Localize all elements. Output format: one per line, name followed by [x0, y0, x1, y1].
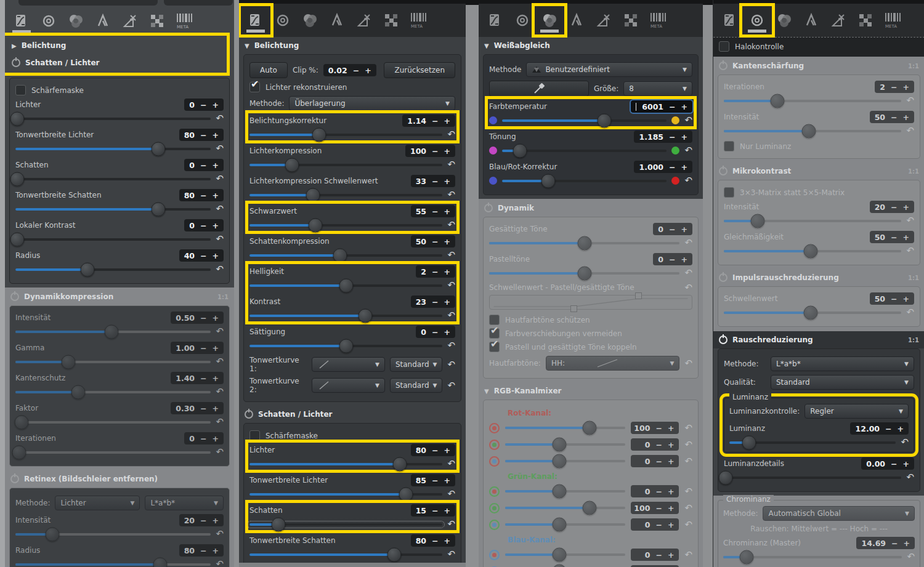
increment-button[interactable]: +	[444, 237, 450, 246]
value-box[interactable]: 33−+	[411, 175, 455, 187]
power-toggle-icon[interactable]	[719, 336, 727, 344]
tab-color-icon[interactable]	[772, 9, 796, 31]
decrement-button[interactable]: −	[669, 255, 675, 264]
slider-track[interactable]	[249, 284, 442, 287]
curve-preview-dropdown[interactable]: ▼	[312, 378, 385, 393]
power-toggle-icon[interactable]	[12, 58, 20, 67]
slider-thumb[interactable]	[339, 278, 353, 292]
undo-icon[interactable]: ↶	[216, 235, 224, 244]
slider-value[interactable]: 100	[634, 504, 650, 513]
slider-value[interactable]: 2	[880, 82, 885, 92]
undo-icon[interactable]: ↶	[216, 387, 224, 396]
tab-sharpen-icon[interactable]	[511, 9, 534, 31]
slider-value[interactable]: 1.185	[639, 132, 663, 142]
slider-thumb[interactable]	[151, 202, 165, 216]
undo-icon[interactable]: ↶	[447, 381, 455, 390]
undo-icon[interactable]: ↶	[684, 520, 692, 529]
slider-track[interactable]	[15, 421, 211, 424]
undo-icon[interactable]: ↶	[216, 265, 224, 274]
checkbox-unchecked[interactable]	[489, 315, 500, 325]
slider-thumb[interactable]	[552, 438, 566, 452]
pixel-view-badge[interactable]: 1:1	[908, 168, 919, 175]
decrement-button[interactable]: −	[891, 294, 897, 304]
pixel-view-badge[interactable]: 1:1	[908, 337, 919, 344]
luminanzkontrolle-dropdown[interactable]: Regler▼	[804, 404, 909, 419]
slider-thumb[interactable]	[71, 385, 85, 399]
value-box[interactable]: 0.30−+	[171, 402, 224, 414]
value-box[interactable]: 80−+	[411, 534, 455, 547]
slider-track[interactable]	[15, 533, 211, 536]
undo-icon[interactable]: ↶	[216, 144, 224, 153]
increment-button[interactable]: +	[668, 504, 674, 513]
checkbox-unchecked[interactable]	[724, 187, 734, 198]
value-box[interactable]: 0−+	[631, 485, 679, 497]
slider-track[interactable]	[489, 272, 679, 275]
slider-value[interactable]: 80	[184, 131, 195, 140]
slider-track[interactable]	[15, 148, 211, 150]
slider-track[interactable]	[723, 556, 902, 558]
undo-icon[interactable]: ↶	[447, 311, 455, 320]
tab-color-icon[interactable]	[64, 10, 87, 32]
value-box[interactable]: 2−+	[875, 81, 914, 93]
slider-value[interactable]: 12.00	[855, 424, 880, 433]
undo-icon[interactable]: ↶	[216, 174, 224, 183]
slider-thumb[interactable]	[742, 435, 756, 449]
slider-thumb[interactable]	[10, 172, 25, 186]
tab-sharpen-icon[interactable]	[37, 10, 60, 32]
slider-value[interactable]: 0.50	[176, 313, 195, 323]
slider-value[interactable]: 50	[416, 237, 426, 246]
qualitaet-dropdown[interactable]: Standard▼	[771, 375, 914, 390]
tab-crop-icon[interactable]	[592, 9, 615, 31]
undo-icon[interactable]: ↶	[684, 283, 692, 292]
slider-track[interactable]	[505, 443, 625, 446]
slider-track[interactable]	[502, 180, 667, 182]
decrement-button[interactable]: −	[200, 221, 206, 230]
slider-value[interactable]: 0	[645, 457, 650, 466]
value-box[interactable]: 50−+	[870, 292, 914, 305]
decrement-button[interactable]: −	[200, 161, 206, 170]
increment-button[interactable]: +	[365, 66, 371, 75]
value-box[interactable]: 80−+	[179, 129, 224, 141]
curve-mode-dropdown[interactable]: Standard▼	[390, 378, 443, 393]
increment-button[interactable]: +	[903, 113, 909, 122]
decrement-button[interactable]: −	[200, 191, 206, 200]
increment-button[interactable]: +	[444, 207, 450, 216]
increment-button[interactable]: +	[444, 328, 450, 337]
increment-button[interactable]: +	[681, 102, 687, 111]
power-toggle-icon[interactable]	[484, 204, 493, 212]
slider-thumb[interactable]	[552, 518, 566, 532]
hautfarbtoene-curve-dropdown[interactable]: HH:▼	[546, 356, 680, 371]
decrement-button[interactable]: −	[655, 424, 662, 433]
retinex-methode-dropdown[interactable]: Lichter▼	[55, 496, 140, 510]
undo-icon[interactable]: ↶	[684, 176, 692, 185]
undo-icon[interactable]: ↶	[684, 146, 692, 155]
increment-button[interactable]: +	[213, 131, 219, 140]
nr-methode-dropdown[interactable]: L*a*b*▼	[771, 356, 914, 371]
decrement-button[interactable]: −	[432, 446, 438, 455]
undo-icon[interactable]: ↶	[216, 327, 224, 336]
slider-thumb[interactable]	[552, 485, 566, 499]
value-box[interactable]: 1.185−+	[634, 131, 692, 143]
slider-value[interactable]: 50	[875, 233, 885, 242]
value-box[interactable]: 1.40−+	[171, 372, 224, 384]
checkbox-unchecked[interactable]	[719, 41, 729, 52]
undo-icon[interactable]: ↶	[447, 220, 455, 230]
slider-track[interactable]	[724, 250, 901, 252]
value-box[interactable]: 1.000−+	[634, 161, 692, 173]
tab-meta-icon[interactable]: META	[407, 9, 430, 31]
slider-track[interactable]	[15, 238, 211, 241]
undo-icon[interactable]: ↶	[684, 238, 692, 247]
slider-value[interactable]: 40	[184, 251, 195, 260]
power-toggle-icon[interactable]	[10, 475, 19, 483]
slider-thumb[interactable]	[739, 550, 753, 564]
clip-value-box[interactable]: 0.02−+	[323, 64, 376, 76]
value-box[interactable]: 0−+	[184, 99, 224, 111]
slider-thumb[interactable]	[393, 457, 407, 471]
slider-thumb[interactable]	[582, 421, 596, 435]
slider-track[interactable]	[249, 134, 442, 136]
power-toggle-icon[interactable]	[245, 410, 253, 419]
slider-track[interactable]	[505, 460, 625, 462]
increment-button[interactable]: +	[444, 446, 450, 455]
increment-button[interactable]: +	[213, 313, 219, 323]
value-box[interactable]: 14.69−+	[856, 537, 915, 549]
